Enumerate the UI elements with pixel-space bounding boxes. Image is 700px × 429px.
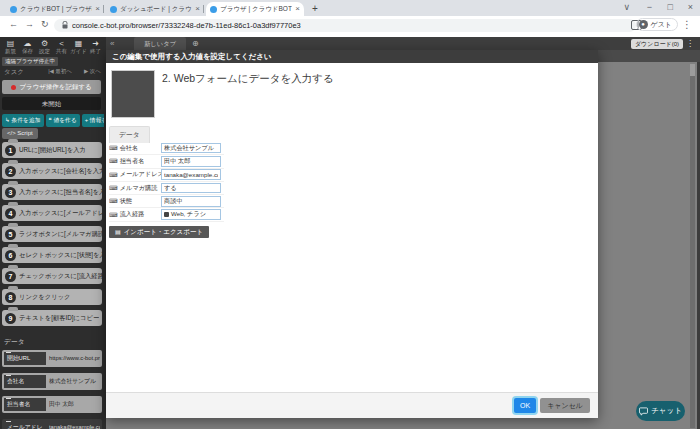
browser-menu-icon[interactable]: ⋮ [682,19,692,30]
cloud-save-icon: ☁ [19,39,36,48]
toolbar-exit-button[interactable]: ➜終了 [87,39,104,54]
remote-menu-icon[interactable]: ⋮ [686,38,694,49]
sidebar-toolbar: ▤新規 ☁保存 ⚙設定 <共有 ▦ガイド ➜終了 [2,39,104,54]
record-browser-button[interactable]: ブラウザ操作を記録する [2,80,101,94]
step-item-2[interactable]: 2入力ボックスに[会社名]を入力 [2,163,102,179]
forward-icon[interactable]: → [25,19,34,29]
address-bar[interactable]: console.c-bot.pro/browser/73332248-de7b-… [54,19,636,32]
keyboard-icon: ⌨ [109,145,118,151]
add-info-button[interactable]: + 情報を追加 [82,114,104,127]
toolbar-label: 共有 [53,48,70,54]
step-text: 入力ボックスに[会社名]を入力 [19,167,102,176]
reload-icon[interactable]: ↻ [41,19,49,29]
chat-bubble-icon [639,407,648,416]
data-value: 株式会社サンプル [49,375,100,388]
favicon [210,6,217,13]
step-item-7[interactable]: 7チェックボックスに[流入経路]を入力 [2,268,102,284]
step-item-4[interactable]: 4入力ボックスに[メールアドレス]を入力 [2,205,102,221]
browser-tab-2[interactable]: ダッシュボード | クラウドBOT × [106,2,204,16]
new-tab-button[interactable]: + [312,3,318,14]
tag-icon [164,212,169,217]
browser-tab-1[interactable]: クラウドBOT | ブラウザの操作を自動... × [6,2,104,16]
window-maximize-button[interactable]: □ [668,1,673,14]
profile-chip[interactable]: ● ゲスト [636,18,679,31]
input-values-form: ⌨会社名 ⌨担当者名 ⌨メールアドレス ⌨メルマガ購読 ⌨状態 [109,142,224,222]
step-item-9[interactable]: 9テキストを[顧客ID]にコピー [2,310,102,326]
script-button[interactable]: </> Script [2,128,38,139]
toolbar-label: 新規 [2,48,19,54]
step-item-1[interactable]: 1URLに[開始URL]を入力 [2,142,102,158]
modal-step-title: 2. Webフォームにデータを入力する [162,72,334,86]
make-value-button[interactable]: ❝ 値を作る [46,114,80,127]
tab-close-icon[interactable]: × [95,5,100,13]
step-number: 8 [5,292,16,303]
step-text: ラジオボタンに[メルマガ購読]を入力 [19,230,102,239]
not-started-button[interactable]: 未開始 [2,97,101,110]
data-item-email[interactable]: メールアドレtanaka@example.com [2,419,102,429]
keyboard-icon: ⌨ [109,212,118,218]
cancel-button[interactable]: キャンセル [540,398,590,413]
toolbar-new-button[interactable]: ▤新規 [2,39,19,54]
tab-title: ブラウザ | クラウドBOT [220,5,292,14]
add-condition-button[interactable]: ↳ 条件を追加 [2,114,44,127]
data-value: 田中 太郎 [49,398,100,411]
company-name-input[interactable] [161,143,221,154]
viewport-scrollbar[interactable] [690,64,695,428]
channel-multiselect[interactable]: Web, チラシ [161,209,221,220]
status-input[interactable] [161,196,221,207]
step-item-5[interactable]: 5ラジオボタンに[メルマガ購読]を入力 [2,226,102,242]
toolbar-settings-button[interactable]: ⚙設定 [36,39,53,54]
toolbar-save-button[interactable]: ☁保存 [19,39,36,54]
window-chevron-icon[interactable]: ∨ [623,1,630,14]
browser-tabstrip: クラウドBOT | ブラウザの操作を自動... × ダッシュボード | クラウド… [0,0,700,16]
ok-button[interactable]: OK [514,398,536,413]
remote-browser-status-badge: 遠隔ブラウザ停止中 [2,57,58,66]
downloads-button[interactable]: ダウンロード(0) [631,39,683,49]
data-label: 会社名 [4,375,46,388]
action-label: 値を作る [53,117,76,123]
go-next-button[interactable]: ▶ 次へ [84,68,101,75]
step-item-6[interactable]: 6セレクトボックスに[状態]を入力 [2,247,102,263]
file-icon: ▤ [115,226,121,238]
step-text: リンクをクリック [19,293,71,302]
keyboard-icon: ⌨ [109,172,118,178]
channel-value: Web, チラシ [171,210,206,219]
remote-new-tab-icon[interactable]: ⊕ [192,38,199,49]
chat-button[interactable]: チャット [636,401,685,421]
import-export-button[interactable]: ▤ インポート・エクスポート [109,226,209,238]
toolbar-guide-button[interactable]: ▦ガイド [70,39,87,54]
step-item-3[interactable]: 3入力ボックスに[担当者名]を入力 [2,184,102,200]
tab-close-icon[interactable]: × [295,5,300,13]
data-item-start-url[interactable]: 開始URLhttps://www.c-bot.pro/ [2,350,102,367]
keyboard-icon: ⌨ [109,158,118,164]
script-label: Script [17,130,32,136]
tab-close-icon[interactable]: × [195,5,200,13]
go-first-button[interactable]: |◀ 最初へ [48,68,72,75]
branch-icon: ↳ [5,117,10,123]
email-input[interactable] [161,169,221,180]
remote-tab-new[interactable]: 新しいタブ [134,37,186,50]
person-name-input[interactable] [161,156,221,167]
tab-scroll-icon[interactable]: « [110,38,114,49]
field-label-text: 会社名 [120,144,139,153]
step-item-8[interactable]: 8リンクをクリック [2,289,102,305]
field-label-text: メルマガ購読 [120,184,158,193]
form-row-person: ⌨担当者名 [109,155,224,168]
step-number: 5 [5,229,16,240]
browser-tab-3-active[interactable]: ブラウザ | クラウドBOT × [206,2,304,16]
window-minimize-button[interactable]: − [647,1,652,14]
data-label: メールアドレ [4,421,46,429]
scrollbar-thumb[interactable] [690,64,695,76]
toolbar-share-button[interactable]: <共有 [53,39,70,54]
guide-book-icon: ▦ [70,39,87,48]
newsletter-input[interactable] [161,183,221,194]
data-item-company[interactable]: 会社名株式会社サンプル [2,373,102,390]
field-label: ⌨メールアドレス [109,170,161,179]
tab-data[interactable]: データ [109,126,150,143]
step-number: 2 [5,166,16,177]
back-icon[interactable]: ← [9,19,18,29]
window-close-button[interactable]: × [688,1,693,14]
step-text: セレクトボックスに[状態]を入力 [19,251,102,260]
data-item-person[interactable]: 担当者名田中 太郎 [2,396,102,413]
field-label: ⌨担当者名 [109,157,161,166]
